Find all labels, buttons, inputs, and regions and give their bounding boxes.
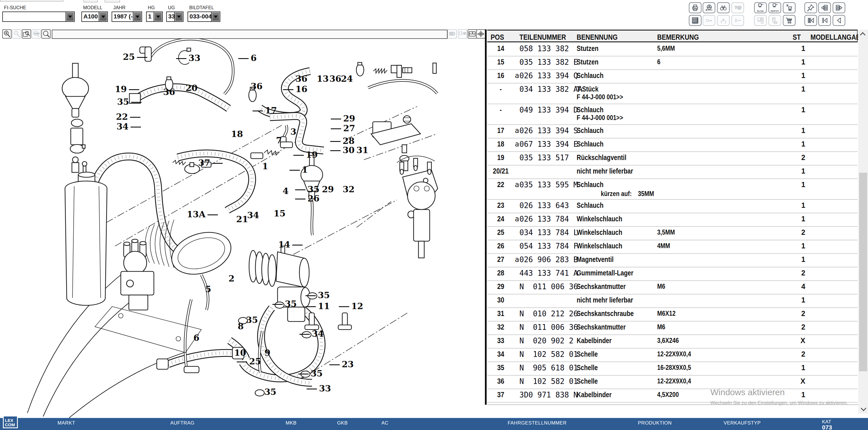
qty-cell: 1 [779,180,805,189]
header-pos: POS [491,33,504,42]
shorten-label: kürzen auf: [601,190,632,198]
table-row[interactable]: 18 a 067 133 394 E Schlauch 1 [487,138,858,152]
table-row[interactable]: 16 a 026 133 394 Q Schlauch 1 [487,70,858,83]
page-prev-button[interactable] [818,2,831,13]
name-cell: nicht mehr lieferbar [577,296,633,304]
table-row[interactable]: 19 035 133 517 Rückschlagventil 2 [487,152,858,166]
chevron-up-icon [860,32,866,38]
qty-cell: 2 [779,228,805,237]
zoom-in-button[interactable] [2,29,11,38]
pos-cell: 37 [490,391,512,399]
scrollbar-thumb[interactable] [859,173,867,371]
split-button[interactable] [476,29,486,38]
modell-value[interactable]: A100 [82,12,99,21]
table-row[interactable]: 34 N 102 582 01 Schelle 12-22X9X0,4 2 [487,348,858,362]
nav-first-button[interactable] [804,15,817,26]
remark-cell: 4,5X200 [657,391,679,399]
ug-combo[interactable]: 33 [166,11,184,22]
chevron-down-icon[interactable] [174,12,183,21]
table-row[interactable]: 24 a 026 133 784 Winkelschlauch 1 [487,213,858,227]
elsa-button[interactable]: ELSA [754,2,767,13]
cart-button[interactable] [783,15,796,26]
table-row[interactable]: 28 443 133 741 A Gummimetall-Lager 2 [487,267,858,281]
chevron-down-icon[interactable] [66,12,74,21]
binoculars-button[interactable] [717,2,730,13]
chevron-down-icon[interactable] [133,12,142,21]
statusbar-item-mkb[interactable]: MKB [286,420,297,426]
binoculars-icon [719,4,727,11]
table-row[interactable]: 36 N 102 582 01 Schelle 12-22X9X0,4 X [487,376,858,389]
pos-cell: 34 [490,350,512,358]
jahr-combo[interactable]: 1987 (-) [112,11,142,22]
table-scrollbar[interactable] [858,30,868,413]
table-row[interactable]: 31 N 010 212 26 Sechskantschraube M6X12 … [487,308,858,321]
pane-divider[interactable] [485,29,487,405]
table-row[interactable]: 32 N 011 006 36 Sechskantmutter M6 2 [487,321,858,335]
pos-cell: 20/21 [490,167,512,175]
pin-button[interactable] [804,2,817,13]
table-row[interactable]: - 034 133 382 AA T-Stück F 44-J-000 001>… [487,83,858,104]
table-row[interactable]: 29 N 011 006 36 Sechskantmutter M6 4 [487,281,858,294]
table-row[interactable]: 14 058 133 382 Stutzen 5,6MM 1 [487,43,858,56]
qty-cell: 1 [779,364,805,372]
pos-cell: 25 [490,228,512,237]
table-row[interactable]: - 049 133 394 D Schlauch F 44-J-000 001>… [487,104,858,125]
table-row[interactable]: 22 a 035 133 595 M Schlauch kürzen auf: … [487,179,858,200]
cart-out-button[interactable] [783,2,796,13]
table-row[interactable]: 33 N 020 902 2 Kabelbinder 3,6X246 X [487,335,858,348]
statusbar-item-gkb[interactable]: GKB [337,420,348,426]
statusbar-item-fahrgestellnummer[interactable]: FAHRGESTELLNUMMER [508,420,566,426]
hg-value[interactable]: 1 [147,12,154,21]
fi-suche-combo[interactable] [2,11,75,22]
chevron-down-icon[interactable] [154,12,162,21]
table-row[interactable]: 27 a 026 906 283 B Magnetventil 1 [487,254,858,267]
name-cell: Sechskantschraube [577,309,633,318]
wheel-button[interactable] [703,2,715,13]
table-row[interactable]: 30 nicht mehr lieferbar 1 [487,294,858,308]
name-cell: Stutzen [577,44,598,53]
fi-suche-value[interactable] [3,12,66,21]
parts-diagram-canvas[interactable]: 2533619362036163613362435223417292732830… [0,39,485,418]
nav-prev-button[interactable] [818,15,831,26]
table-row[interactable]: 20/21 nicht mehr lieferbar 1 [487,166,858,179]
qty-cell: 1 [779,71,805,80]
table-row[interactable]: 35 N 905 618 01 Schelle 16-28X9X0,5 1 [487,362,858,376]
zoom-free-button[interactable] [41,29,51,38]
hg-combo[interactable]: 1 [146,11,163,22]
chevron-down-icon[interactable] [211,12,220,21]
name-cell: Sechskantmutter [577,282,625,291]
bildtafel-value[interactable]: 033-004 [188,12,211,21]
table-row[interactable]: 23 026 133 643 Schlauch 1 [487,200,858,213]
ug-value[interactable]: 33 [167,12,174,21]
statusbar-item-produktion[interactable]: PRODUKTION [638,420,672,426]
nav-back-button[interactable] [833,15,845,26]
statusbar-item-markt[interactable]: MARKT [58,420,75,426]
chevron-down-icon[interactable] [99,12,107,21]
modell-combo[interactable]: A100 [82,11,108,22]
table-row[interactable]: 17 a 026 133 394 S Schlauch 1 [487,125,858,138]
table-row[interactable]: 25 034 133 784 L Winkelschlauch 3,5MM 2 [487,227,858,240]
jahr-value[interactable]: 1987 (-) [112,12,133,21]
scroll-up-button[interactable] [858,30,868,39]
print-button[interactable] [689,2,702,13]
lexcom-logo: LEX COM [3,415,18,428]
table-row[interactable]: 26 054 133 784 F Winkelschlauch 4MM 1 [487,240,858,254]
qty-cell: 1 [779,167,805,175]
zoom-rect-button[interactable] [22,29,31,38]
d3-button [447,29,457,38]
layout-button[interactable] [468,29,477,38]
depot-button[interactable]: DEPOT [769,2,781,13]
qty-cell: 1 [779,58,805,66]
bildtafel-combo[interactable]: 033-004 [188,11,220,22]
page-next-button[interactable] [833,2,845,13]
statusbar-item-verkaufstyp[interactable]: VERKAUFSTYP [724,420,761,426]
print-icon [691,4,700,11]
scroll-down-button[interactable] [858,404,868,413]
list-button[interactable] [689,15,702,26]
grid-button [458,29,467,38]
statusbar-item-auftrag[interactable]: AUFTRAG [170,420,194,426]
table-row[interactable]: 15 035 133 382 E Stutzen 6 1 [487,56,858,70]
diagram-status-field[interactable] [52,30,447,39]
statusbar-item-ac[interactable]: AC [381,420,388,426]
elsa-caption: ELSA [757,10,764,12]
